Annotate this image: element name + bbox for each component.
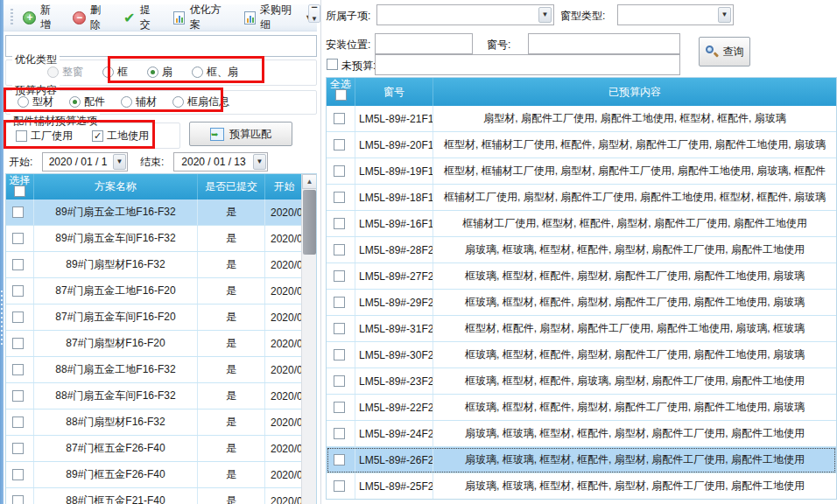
row-checkbox[interactable] [12,338,24,349]
row-select-cell[interactable] [327,290,355,315]
radio-option-框、扇[interactable]: 框、扇 [192,65,238,80]
scroll-up-icon[interactable]: ▲ [302,174,317,189]
checkbox-icon[interactable] [16,130,27,142]
row-checkbox[interactable] [12,416,24,428]
row-checkbox[interactable] [334,218,345,229]
no-budget-checkbox[interactable] [327,59,338,70]
row-select-cell[interactable] [327,106,355,131]
budget-match-button[interactable]: 预算匹配 [189,122,292,146]
row-select-cell[interactable] [327,211,355,236]
budget-table-row[interactable]: LM5L-89#-22F20框玻璃, 框型材, 框配件, 扇型材, 扇配件工厂使… [327,395,836,421]
radio-option-型材[interactable]: 型材 [18,94,53,109]
row-checkbox[interactable] [12,469,24,480]
radio-option-扇[interactable]: 扇 [147,65,172,80]
row-select-cell[interactable] [327,421,355,446]
row-checkbox[interactable] [334,402,345,413]
window-no-input[interactable] [528,33,680,54]
radio-option-框扇信息[interactable]: 框扇信息 [172,94,229,109]
row-select-cell[interactable] [6,304,34,330]
plan-table-row[interactable]: 88#门扇五金车间F16-F32是2020/0 [6,383,303,410]
chevron-down-icon[interactable]: ▼ [538,7,552,23]
radio-icon[interactable] [18,96,29,108]
row-checkbox[interactable] [334,428,345,439]
budget-table-row[interactable]: LM5L-89#-31F29框型材, 框配件, 扇型材, 扇配件工厂使用, 扇配… [327,316,836,342]
plan-table-row[interactable]: 89#门扇五金工地F16-F32是2020/0 [6,200,303,226]
row-checkbox[interactable] [334,480,345,492]
row-select-cell[interactable] [327,473,355,499]
radio-icon[interactable] [192,66,203,78]
row-select-cell[interactable] [6,357,34,382]
row-checkbox[interactable] [12,206,24,218]
row-checkbox[interactable] [334,349,345,360]
row-checkbox[interactable] [334,113,345,124]
toolbar-overflow-button[interactable]: ▔▼ [308,4,320,23]
delete-button[interactable]: − 删除 [68,0,115,35]
plan-table-row[interactable]: 89#门框五金F26-F40是2020/0 [6,462,303,488]
budget-table-row[interactable]: LM5L-89#-18F16框辅材工厂使用, 扇型材, 扇配件工厂使用, 扇配件… [327,185,836,211]
row-select-cell[interactable] [6,278,34,304]
row-select-cell[interactable] [327,316,355,341]
chevron-down-icon[interactable]: ▼ [718,7,731,23]
window-no-column-header[interactable]: 窗号 [355,78,433,106]
budget-table-row[interactable]: LM5L-89#-16F15框辅材工厂使用, 框型材, 框配件, 扇型材, 扇配… [327,211,836,237]
row-checkbox[interactable] [12,390,24,402]
row-select-cell[interactable] [327,342,355,368]
purchase-detail-button[interactable]: 采购明细 ▼ [238,0,317,35]
plan-table-row[interactable]: 89#门扇型材F16-F32是2020/0 [6,252,303,278]
date-start-picker[interactable]: 2020 / 01 / 1 ▼ [42,152,128,172]
row-select-cell[interactable] [6,383,34,409]
no-budget-input[interactable] [375,54,680,75]
row-select-cell[interactable] [327,368,355,394]
row-checkbox[interactable] [334,323,345,334]
row-checkbox[interactable] [334,297,345,308]
scrollbar-thumb[interactable] [303,190,316,255]
budget-table-row[interactable]: LM5L-89#-30F28框玻璃, 框型材, 框配件, 扇型材, 扇配件工厂使… [327,342,836,368]
row-checkbox[interactable] [334,375,345,387]
row-select-cell[interactable] [6,331,34,356]
radio-icon[interactable] [147,66,158,78]
row-checkbox[interactable] [12,285,24,297]
budget-table-row[interactable]: LM5L-89#-25F23扇玻璃, 框玻璃, 框型材, 框配件, 扇型材, 扇… [327,473,836,500]
row-checkbox[interactable] [334,244,345,256]
budget-table-row[interactable]: LM5L-89#-26F24扇玻璃, 框玻璃, 框型材, 框配件, 扇型材, 扇… [327,447,836,473]
checkbox-option-工地使用[interactable]: ✓工地使用 [92,129,149,144]
row-checkbox[interactable] [12,233,24,244]
budget-table-row[interactable]: LM5L-89#-28F26扇玻璃, 框玻璃, 框型材, 框配件, 扇型材, 扇… [327,237,836,263]
row-checkbox[interactable] [12,443,24,454]
plan-table-row[interactable]: 89#门扇五金车间F16-F32是2020/0 [6,226,303,252]
row-select-cell[interactable] [6,200,34,225]
budget-table-row[interactable]: LM5L-89#-21F19扇型材, 扇配件工厂使用, 扇配件工地使用, 框型材… [327,106,836,132]
radio-option-辅材[interactable]: 辅材 [121,94,157,109]
row-select-cell[interactable] [327,237,355,262]
chevron-down-icon[interactable]: ▼ [113,154,126,170]
budget-table-row[interactable]: LM5L-89#-24F22扇玻璃, 框玻璃, 框型材, 框配件, 扇型材, 扇… [327,421,836,447]
date-end-picker[interactable]: 2020 / 01 / 13 ▼ [173,152,268,172]
plan-table-row[interactable]: 87#门扇型材F16-F20是2020/0 [6,331,303,357]
budget-table-row[interactable]: LM5L-89#-23F21框玻璃, 框型材, 框配件, 扇玻璃, 扇型材, 扇… [327,368,836,395]
budget-table-row[interactable]: LM5L-89#-19F17框型材, 框辅材工厂使用, 扇型材, 扇配件工厂使用… [327,158,836,185]
checkbox-icon[interactable]: ✓ [92,130,103,142]
chevron-down-icon[interactable]: ▼ [253,154,266,170]
start-column-header[interactable]: 开始 [265,174,303,200]
splitter-grip[interactable] [1,290,3,345]
row-checkbox[interactable] [12,495,24,504]
row-checkbox[interactable] [12,312,24,323]
radio-icon[interactable] [121,96,132,108]
sub-item-select[interactable]: ▼ [376,4,554,25]
add-button[interactable]: + 新增 [18,0,65,35]
plan-table-row[interactable]: 88#门扇型材F16-F32是2020/0 [6,410,303,436]
radio-option-配件[interactable]: 配件 [69,94,105,109]
budget-table-row[interactable]: LM5L-89#-20F18框型材, 框辅材工厂使用, 框配件, 扇型材, 扇配… [327,132,836,158]
plan-table-row[interactable]: 87#门框五金F26-F40是2020/0 [6,436,303,462]
plan-table-scrollbar[interactable]: ▲ [301,174,316,504]
row-select-cell[interactable] [327,132,355,158]
optimize-plan-button[interactable]: 优化方案 [168,0,235,35]
plan-table-row[interactable]: 87#门扇五金车间F16-F20是2020/0 [6,304,303,331]
plan-name-column-header[interactable]: 方案名称 [34,174,198,200]
row-select-cell[interactable] [327,158,355,184]
row-checkbox[interactable] [334,192,345,203]
radio-icon[interactable] [172,96,184,108]
row-select-cell[interactable] [327,395,355,420]
plan-table-row[interactable]: 87#门扇五金工地F16-F20是2020/0 [6,278,303,304]
row-checkbox[interactable] [12,364,24,375]
